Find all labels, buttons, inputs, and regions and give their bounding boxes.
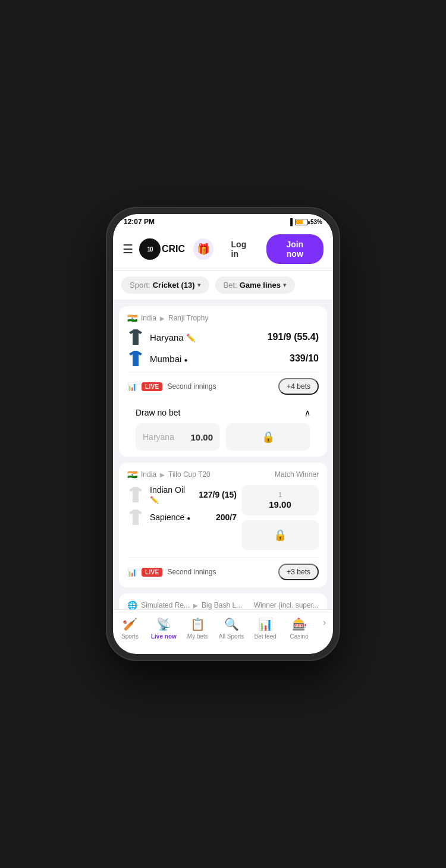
match-winner-label: Match Winner bbox=[275, 470, 319, 479]
live-badge-1: LIVE bbox=[142, 382, 162, 391]
indianoil-shirt bbox=[127, 486, 144, 503]
logo: 10 CRIC bbox=[139, 238, 185, 260]
draw-options: Haryana 10.00 🔒 bbox=[136, 423, 310, 451]
main-content: 🇮🇳 India ▶ Ranji Trophy Haryana ✏️ 191/9… bbox=[113, 300, 333, 654]
bottom-nav: 🏏 Sports 📡 Live now 📋 My bets 🔍 All Spor… bbox=[113, 609, 333, 654]
mybets-label: My bets bbox=[187, 633, 208, 640]
locked-bet-option[interactable]: 🔒 bbox=[226, 423, 310, 451]
bet-value: Game lines bbox=[240, 281, 281, 290]
sport-chevron: ▾ bbox=[197, 281, 201, 289]
tournament-2: Tillo Cup T20 bbox=[168, 470, 211, 479]
team-row-sapience: Sapience ● 200/7 bbox=[127, 509, 237, 526]
country-3: Simulated Re... bbox=[141, 601, 190, 609]
sapience-shirt bbox=[127, 509, 144, 526]
nav-sports[interactable]: 🏏 Sports bbox=[113, 615, 147, 642]
flag-india-2: 🇮🇳 bbox=[127, 470, 137, 479]
draw-label: Draw no bet bbox=[136, 408, 180, 417]
bet-options-2: 1 19.00 🔒 bbox=[241, 485, 319, 550]
draw-collapse[interactable]: ∧ bbox=[304, 408, 310, 417]
match-card-indianoil-sapience: 🇮🇳 India ▶ Tillo Cup T20 Match Winner bbox=[119, 463, 327, 587]
bet-box-locked-2[interactable]: 🔒 bbox=[241, 520, 319, 551]
live-row-2: 📊 LIVE Second innings +3 bets bbox=[127, 557, 319, 587]
live-icon: 📡 bbox=[156, 617, 171, 631]
gift-icon: 🎁 bbox=[197, 243, 210, 256]
mumbai-shirt bbox=[127, 350, 144, 367]
logo-text: CRIC bbox=[162, 244, 185, 254]
bet-odds-1-2: 19.00 bbox=[269, 499, 291, 510]
casino-icon: 🎰 bbox=[292, 617, 307, 631]
match-meta-3: 🌐 Simulated Re... ▶ Big Bash L... Winner… bbox=[127, 600, 319, 610]
signal-icon: ▐ bbox=[288, 218, 293, 225]
draw-header: Draw no bet ∧ bbox=[136, 408, 310, 423]
haryana-bet-team: Haryana bbox=[143, 432, 174, 442]
battery-icon bbox=[295, 219, 308, 225]
status-bar: 12:07 PM ▐ 53% bbox=[113, 214, 333, 228]
country-1: India bbox=[141, 314, 156, 322]
innings-text-1: Second innings bbox=[167, 382, 216, 391]
sport-filter[interactable]: Sport: Cricket (13) ▾ bbox=[121, 276, 209, 294]
filters-bar: Sport: Cricket (13) ▾ Bet: Game lines ▾ bbox=[113, 271, 333, 300]
live-row-1: 📊 LIVE Second innings +4 bets bbox=[127, 372, 319, 402]
tournament-1: Ranji Trophy bbox=[168, 314, 208, 322]
stats-icon-2: 📊 bbox=[127, 568, 137, 577]
haryana-bet-option[interactable]: Haryana 10.00 bbox=[136, 423, 220, 451]
bet-label: Bet: bbox=[224, 281, 237, 290]
allsports-icon: 🔍 bbox=[224, 617, 239, 631]
haryana-name: Haryana ✏️ bbox=[150, 332, 262, 342]
match-meta-1: 🇮🇳 India ▶ Ranji Trophy bbox=[127, 313, 319, 323]
globe-icon: 🌐 bbox=[127, 600, 137, 610]
sport-label: Sport: bbox=[130, 281, 150, 290]
indianoil-score: 127/9 (15) bbox=[199, 490, 237, 499]
bet-box-1-2[interactable]: 1 19.00 bbox=[241, 485, 319, 515]
logo-circle: 10 bbox=[139, 238, 161, 260]
status-icons: ▐ 53% bbox=[288, 218, 322, 225]
sports-icon: 🏏 bbox=[123, 617, 137, 631]
betfeed-icon: 📊 bbox=[258, 617, 273, 631]
haryana-score: 191/9 (55.4) bbox=[268, 332, 319, 342]
sapience-name: Sapience ● bbox=[150, 512, 210, 522]
bets-button-1[interactable]: +4 bets bbox=[278, 378, 319, 395]
nav-allsports[interactable]: 🔍 All Sports bbox=[215, 615, 249, 642]
match-card-haryana-mumbai: 🇮🇳 India ▶ Ranji Trophy Haryana ✏️ 191/9… bbox=[119, 306, 327, 457]
sports-label: Sports bbox=[121, 633, 139, 640]
haryana-shirt bbox=[127, 329, 144, 345]
live-label: Live now bbox=[151, 633, 177, 640]
sapience-score: 200/7 bbox=[216, 512, 237, 522]
join-button[interactable]: Join now bbox=[266, 234, 323, 264]
mybets-icon: 📋 bbox=[190, 617, 205, 631]
match-meta-2: 🇮🇳 India ▶ Tillo Cup T20 Match Winner bbox=[127, 470, 319, 479]
allsports-label: All Sports bbox=[219, 633, 244, 640]
nav-mybets[interactable]: 📋 My bets bbox=[181, 615, 215, 642]
battery-percent: 53% bbox=[310, 219, 322, 225]
bet-filter[interactable]: Bet: Game lines ▾ bbox=[215, 276, 296, 294]
bet-number-1-2: 1 bbox=[278, 491, 282, 498]
nav-live[interactable]: 📡 Live now bbox=[147, 615, 181, 642]
lock-icon-2: 🔒 bbox=[274, 529, 287, 542]
stats-icon-1: 📊 bbox=[127, 382, 137, 391]
mumbai-name: Mumbai ● bbox=[150, 354, 284, 364]
status-time: 12:07 PM bbox=[124, 218, 155, 226]
team-row-haryana: Haryana ✏️ 191/9 (55.4) bbox=[127, 329, 319, 345]
nav-betfeed[interactable]: 📊 Bet feed bbox=[249, 615, 282, 642]
draw-no-bet: Draw no bet ∧ Haryana 10.00 🔒 bbox=[127, 402, 319, 457]
login-button[interactable]: Log in bbox=[225, 236, 260, 262]
bets-button-2[interactable]: +3 bets bbox=[278, 564, 319, 580]
gift-button[interactable]: 🎁 bbox=[193, 238, 213, 260]
haryana-bet-value: 10.00 bbox=[190, 432, 213, 442]
team-row-indianoil: Indian Oil ✏️ 127/9 (15) bbox=[127, 485, 237, 504]
country-2: India bbox=[141, 470, 156, 479]
nav-casino[interactable]: 🎰 Casino bbox=[282, 615, 316, 642]
tournament-3: Big Bash L... bbox=[202, 601, 242, 609]
menu-button[interactable]: ☰ bbox=[123, 242, 133, 256]
mumbai-score: 339/10 bbox=[290, 353, 319, 364]
more-icon: › bbox=[323, 617, 326, 628]
bet-chevron: ▾ bbox=[283, 281, 287, 289]
lock-icon: 🔒 bbox=[262, 430, 275, 444]
winner-label: Winner (incl. super... bbox=[254, 601, 319, 609]
separator-1: ▶ bbox=[160, 315, 165, 322]
header: ☰ 10 CRIC 🎁 Log in Join now bbox=[113, 228, 333, 271]
nav-more[interactable]: › bbox=[316, 615, 333, 642]
indianoil-name: Indian Oil ✏️ bbox=[150, 485, 193, 504]
innings-text-2: Second innings bbox=[167, 568, 216, 576]
sport-value: Cricket (13) bbox=[153, 281, 195, 290]
